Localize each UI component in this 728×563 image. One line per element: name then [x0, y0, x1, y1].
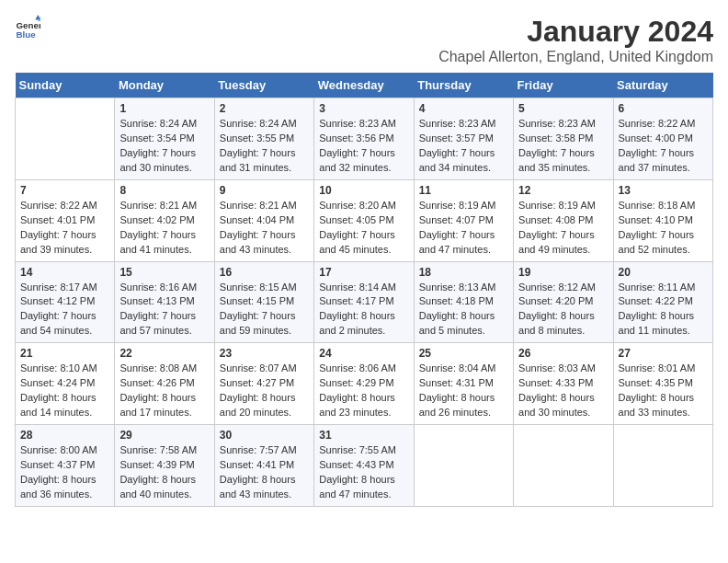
cell-line: Daylight: 8 hours — [20, 473, 109, 488]
cell-line: and 45 minutes. — [319, 243, 408, 258]
cell-line: Sunset: 4:31 PM — [419, 376, 508, 391]
calendar-cell — [514, 425, 613, 507]
calendar-cell — [613, 425, 712, 507]
cell-line: Daylight: 8 hours — [119, 391, 209, 406]
day-number: 10 — [319, 184, 408, 197]
cell-line: Sunset: 4:17 PM — [319, 294, 408, 309]
cell-line: Sunset: 3:58 PM — [518, 132, 608, 146]
cell-line: Daylight: 8 hours — [319, 473, 408, 488]
day-number: 4 — [419, 102, 508, 115]
cell-line: Sunset: 3:57 PM — [419, 132, 508, 146]
cell-line: Sunset: 4:04 PM — [220, 213, 309, 228]
calendar-header-row: SundayMondayTuesdayWednesdayThursdayFrid… — [16, 73, 713, 98]
day-number: 7 — [20, 184, 109, 197]
cell-content: Sunrise: 8:16 AMSunset: 4:13 PMDaylight:… — [119, 281, 209, 339]
cell-line: and 20 minutes. — [220, 406, 309, 420]
day-number: 18 — [419, 266, 508, 279]
cell-content: Sunrise: 8:21 AMSunset: 4:04 PMDaylight:… — [220, 199, 309, 258]
cell-line: Daylight: 7 hours — [20, 309, 109, 324]
page-subtitle: Chapel Allerton, England, United Kingdom — [438, 49, 713, 65]
cell-line: Sunset: 4:07 PM — [419, 213, 508, 228]
day-number: 26 — [518, 347, 608, 360]
cell-line: and 40 minutes. — [119, 488, 209, 502]
cell-content: Sunrise: 8:01 AMSunset: 4:35 PMDaylight:… — [619, 362, 708, 420]
cell-line: and 2 minutes. — [319, 324, 408, 339]
day-number: 12 — [518, 184, 608, 197]
cell-line: Sunrise: 8:13 AM — [419, 281, 508, 295]
cell-line: Sunrise: 7:55 AM — [319, 443, 408, 458]
day-number: 5 — [518, 102, 608, 115]
calendar-cell: 11Sunrise: 8:19 AMSunset: 4:07 PMDayligh… — [414, 179, 513, 261]
calendar-cell: 1Sunrise: 8:24 AMSunset: 3:54 PMDaylight… — [115, 98, 214, 180]
cell-line: Daylight: 8 hours — [518, 309, 608, 324]
cell-line: Daylight: 8 hours — [220, 473, 309, 488]
cell-content: Sunrise: 8:04 AMSunset: 4:31 PMDaylight:… — [419, 362, 508, 420]
cell-line: Sunset: 4:26 PM — [119, 376, 209, 391]
calendar-week-row: 7Sunrise: 8:22 AMSunset: 4:01 PMDaylight… — [16, 179, 713, 261]
calendar-cell: 23Sunrise: 8:07 AMSunset: 4:27 PMDayligh… — [214, 343, 313, 425]
calendar-cell: 17Sunrise: 8:14 AMSunset: 4:17 PMDayligh… — [314, 261, 414, 343]
svg-text:Blue: Blue — [16, 29, 36, 40]
cell-line: Sunset: 4:24 PM — [20, 376, 109, 391]
cell-line: Daylight: 8 hours — [419, 309, 508, 324]
cell-line: Sunset: 4:13 PM — [119, 294, 209, 309]
cell-content: Sunrise: 8:22 AMSunset: 4:01 PMDaylight:… — [20, 199, 109, 258]
day-number: 1 — [119, 102, 209, 115]
calendar-cell: 8Sunrise: 8:21 AMSunset: 4:02 PMDaylight… — [115, 179, 214, 261]
cell-content: Sunrise: 8:15 AMSunset: 4:15 PMDaylight:… — [220, 281, 309, 339]
cell-line: Sunrise: 8:06 AM — [319, 362, 408, 376]
cell-line: Sunrise: 8:24 AM — [119, 117, 209, 132]
cell-line: Sunrise: 8:17 AM — [20, 281, 109, 295]
cell-line: Sunset: 4:18 PM — [419, 294, 508, 309]
cell-line: Sunset: 3:56 PM — [319, 132, 408, 146]
cell-line: and 49 minutes. — [518, 243, 608, 258]
cell-line: Sunset: 4:20 PM — [518, 294, 608, 309]
cell-content: Sunrise: 8:12 AMSunset: 4:20 PMDaylight:… — [518, 281, 608, 339]
calendar-table: SundayMondayTuesdayWednesdayThursdayFrid… — [15, 73, 713, 507]
cell-line: Daylight: 7 hours — [518, 228, 608, 243]
cell-content: Sunrise: 8:08 AMSunset: 4:26 PMDaylight:… — [119, 362, 209, 420]
cell-content: Sunrise: 8:23 AMSunset: 3:58 PMDaylight:… — [518, 117, 608, 176]
cell-content: Sunrise: 8:18 AMSunset: 4:10 PMDaylight:… — [619, 199, 708, 258]
calendar-cell: 13Sunrise: 8:18 AMSunset: 4:10 PMDayligh… — [613, 179, 712, 261]
cell-content: Sunrise: 8:13 AMSunset: 4:18 PMDaylight:… — [419, 281, 508, 339]
cell-line: Sunrise: 8:03 AM — [518, 362, 608, 376]
day-number: 24 — [319, 347, 408, 360]
cell-line: Sunrise: 7:57 AM — [220, 443, 309, 458]
cell-line: Sunrise: 8:01 AM — [619, 362, 708, 376]
title-area: January 2024 Chapel Allerton, England, U… — [438, 15, 713, 65]
day-number: 14 — [20, 266, 109, 279]
logo-icon: General Blue — [15, 15, 40, 40]
cell-line: and 23 minutes. — [319, 406, 408, 420]
cell-line: Sunset: 4:29 PM — [319, 376, 408, 391]
cell-line: Sunrise: 8:23 AM — [319, 117, 408, 132]
day-number: 8 — [119, 184, 209, 197]
day-number: 3 — [319, 102, 408, 115]
day-number: 9 — [220, 184, 309, 197]
cell-line: and 43 minutes. — [220, 243, 309, 258]
logo: General Blue — [15, 15, 40, 40]
cell-line: and 43 minutes. — [220, 488, 309, 502]
cell-line: Sunrise: 8:23 AM — [518, 117, 608, 132]
cell-line: Sunset: 4:08 PM — [518, 213, 608, 228]
cell-line: and 37 minutes. — [619, 161, 708, 176]
calendar-cell: 20Sunrise: 8:11 AMSunset: 4:22 PMDayligh… — [613, 261, 712, 343]
cell-line: Sunrise: 8:11 AM — [619, 281, 708, 295]
calendar-week-row: 14Sunrise: 8:17 AMSunset: 4:12 PMDayligh… — [16, 261, 713, 343]
cell-content: Sunrise: 8:00 AMSunset: 4:37 PMDaylight:… — [20, 443, 109, 502]
cell-line: Daylight: 8 hours — [619, 309, 708, 324]
day-number: 29 — [119, 429, 209, 442]
cell-line: and 57 minutes. — [119, 324, 209, 339]
cell-line: Sunset: 3:54 PM — [119, 132, 209, 146]
cell-line: Daylight: 7 hours — [319, 228, 408, 243]
calendar-week-row: 21Sunrise: 8:10 AMSunset: 4:24 PMDayligh… — [16, 343, 713, 425]
cell-line: Sunrise: 8:00 AM — [20, 443, 109, 458]
page-header: General Blue January 2024 Chapel Allerto… — [15, 15, 713, 65]
calendar-cell: 30Sunrise: 7:57 AMSunset: 4:41 PMDayligh… — [214, 425, 313, 507]
cell-content: Sunrise: 8:03 AMSunset: 4:33 PMDaylight:… — [518, 362, 608, 420]
cell-line: and 34 minutes. — [419, 161, 508, 176]
cell-line: and 30 minutes. — [518, 406, 608, 420]
cell-line: Daylight: 7 hours — [220, 146, 309, 161]
day-number: 30 — [220, 429, 309, 442]
cell-line: Daylight: 8 hours — [419, 391, 508, 406]
